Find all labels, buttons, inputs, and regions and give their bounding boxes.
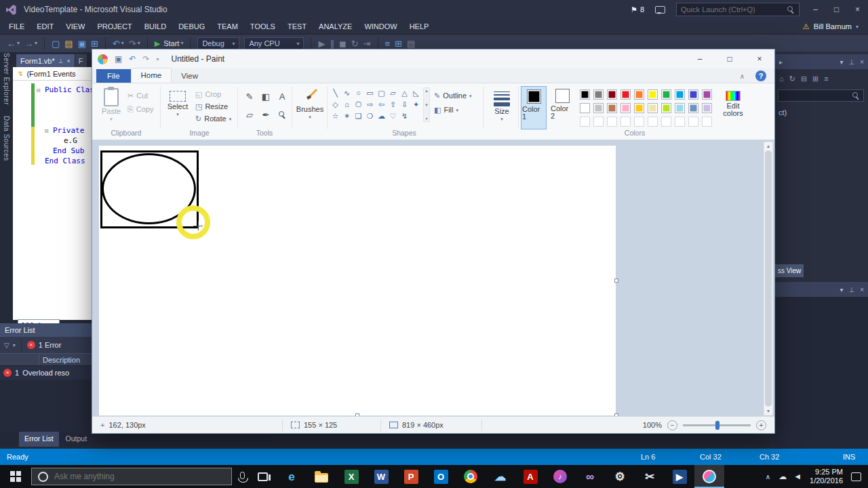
menu-item-team[interactable]: TEAM — [211, 20, 244, 33]
save-icon[interactable]: ▣ — [115, 55, 122, 63]
paint-close-button[interactable]: × — [745, 49, 774, 68]
shape-line[interactable]: ╲ — [333, 89, 338, 97]
palette-color-swatch[interactable] — [648, 89, 658, 100]
color-picker-tool[interactable]: ✒ — [262, 110, 270, 120]
scroll-down-icon[interactable]: ▼ — [425, 102, 429, 108]
navigate-forward-icon[interactable]: → — [24, 39, 33, 48]
zoom-in-button[interactable]: + — [756, 420, 766, 430]
shapes-more-icon[interactable]: ▾ — [425, 116, 427, 121]
save-all-icon[interactable]: ⊞ — [91, 39, 98, 48]
taskbar-app-visual-studio[interactable]: ∞ — [575, 465, 605, 488]
document-tab-partial[interactable]: F — [75, 54, 87, 67]
taskbar-app-word[interactable]: W — [366, 465, 396, 488]
navigate-back-icon[interactable]: ← — [7, 39, 16, 48]
solution-explorer-icon[interactable]: ▤ — [407, 39, 415, 48]
vs-minimize-button[interactable]: – — [805, 0, 826, 19]
paint-maximize-button[interactable]: □ — [715, 49, 745, 68]
shape-heart[interactable]: ♡ — [390, 113, 397, 120]
palette-color-swatch[interactable] — [648, 103, 658, 113]
palette-empty-slot[interactable] — [580, 117, 590, 127]
caret-right-icon[interactable]: ▸ — [779, 58, 783, 66]
properties-list-icon[interactable]: ≡ — [824, 75, 828, 83]
continue-icon[interactable]: ▶ — [318, 39, 325, 48]
shape-rectangle[interactable]: ▭ — [366, 89, 373, 97]
chevron-down-icon[interactable]: ▾ — [17, 41, 20, 46]
scrollbar-thumb[interactable] — [765, 150, 772, 407]
start-button[interactable] — [0, 465, 31, 488]
shape-six-point-star[interactable]: ✶ — [344, 113, 350, 120]
menu-item-view[interactable]: VIEW — [60, 20, 91, 33]
close-icon[interactable]: × — [860, 286, 864, 293]
shape-rounded-callout[interactable]: ❏ — [355, 113, 362, 120]
solution-configuration-select[interactable]: Debug ▾ — [197, 37, 239, 50]
shape-five-point-star[interactable]: ☆ — [332, 113, 339, 120]
solution-explorer-search[interactable] — [778, 89, 864, 102]
shape-triangle[interactable]: △ — [401, 89, 407, 97]
chevron-down-icon[interactable]: ▾ — [35, 41, 37, 46]
paint-minimize-button[interactable]: – — [685, 49, 715, 68]
microphone-button[interactable] — [232, 465, 252, 488]
outline-button[interactable]: ✎ Outline ▾ — [434, 92, 472, 100]
size-button[interactable]: Size ▾ — [487, 86, 517, 121]
crop-button[interactable]: ◱ Crop — [195, 90, 221, 98]
solution-platform-select[interactable]: Any CPU ▾ — [244, 37, 304, 50]
rotate-button[interactable]: ↻ Rotate ▾ — [195, 115, 231, 123]
edit-colors-button[interactable]: Edit colors — [717, 86, 749, 117]
vs-close-button[interactable]: × — [847, 0, 868, 19]
palette-empty-slot[interactable] — [634, 117, 644, 127]
paste-button[interactable]: Paste ▾ — [98, 86, 125, 121]
palette-color-swatch[interactable] — [675, 89, 685, 100]
shape-hexagon[interactable]: ⎔ — [355, 101, 362, 108]
palette-empty-slot[interactable] — [607, 117, 617, 127]
chevron-down-icon[interactable]: ▾ — [180, 41, 183, 46]
palette-color-swatch[interactable] — [593, 89, 604, 100]
palette-empty-slot[interactable] — [702, 117, 712, 127]
shape-rounded-rectangle[interactable]: ▢ — [378, 89, 384, 97]
palette-empty-slot[interactable] — [675, 117, 685, 127]
action-center-icon[interactable] — [851, 472, 861, 481]
menu-item-window[interactable]: WINDOW — [358, 20, 403, 33]
zoom-slider-thumb[interactable] — [715, 421, 719, 430]
palette-color-swatch[interactable] — [634, 103, 644, 113]
outline-list-icon[interactable]: ≡ — [385, 39, 391, 48]
shape-lightning[interactable]: ↯ — [401, 113, 408, 120]
shapes-scrollbar[interactable]: ▲ ▼ ▾ — [423, 87, 430, 122]
menu-item-help[interactable]: HELP — [403, 20, 435, 33]
chevron-down-icon[interactable]: ▾ — [840, 58, 843, 66]
task-view-button[interactable] — [252, 465, 273, 488]
menu-item-analyze[interactable]: ANALYZE — [313, 20, 358, 33]
paint-canvas[interactable] — [99, 146, 616, 415]
solution-tree-item-fragment[interactable]: ct) — [778, 108, 787, 117]
taskbar-app-snipping-tool[interactable]: ✂ — [635, 465, 665, 488]
taskbar-search-box[interactable] — [31, 468, 232, 485]
palette-empty-slot[interactable] — [648, 117, 658, 127]
start-debug-button[interactable]: Start — [163, 39, 179, 47]
close-icon[interactable]: × — [67, 58, 71, 64]
stop-icon[interactable]: ◼ — [339, 39, 347, 48]
taskbar-app-adobe-reader[interactable]: A — [515, 465, 545, 488]
restart-icon[interactable]: ↻ — [351, 39, 359, 48]
menu-item-tools[interactable]: TOOLS — [244, 20, 281, 33]
save-icon[interactable]: ▣ — [78, 39, 86, 48]
filter-icon[interactable]: ▽ — [4, 342, 9, 349]
palette-color-swatch[interactable] — [661, 103, 671, 113]
taskbar-clock[interactable]: 9:25 PM 1/20/2016 — [810, 468, 843, 485]
palette-color-swatch[interactable] — [620, 89, 631, 100]
taskbar-app-onedrive[interactable]: ☁ — [486, 465, 515, 488]
taskbar-app-groove-music[interactable]: ♪ — [545, 465, 575, 488]
shape-left-arrow[interactable]: ⇦ — [378, 101, 384, 108]
error-list-header[interactable]: Error List — [0, 323, 92, 337]
shape-curve[interactable]: ∿ — [344, 89, 350, 97]
quick-launch-box[interactable] — [676, 3, 800, 16]
show-all-files-icon[interactable]: ⊞ — [812, 75, 818, 83]
refresh-icon[interactable]: ↻ — [789, 75, 795, 83]
redo-icon[interactable]: ↷ — [142, 55, 149, 63]
vs-account-button[interactable]: ⚠ Bill Barnum ▾ — [803, 22, 859, 31]
canvas-vertical-scrollbar[interactable]: ▲ ▼ — [764, 142, 773, 415]
volume-tray-icon[interactable]: ◄ — [793, 472, 802, 481]
palette-color-swatch[interactable] — [688, 89, 698, 100]
chevron-down-icon[interactable]: ▾ — [840, 286, 843, 293]
tab-output[interactable]: Output — [60, 432, 93, 447]
scroll-up-icon[interactable]: ▲ — [766, 144, 771, 148]
menu-item-build[interactable]: BUILD — [138, 20, 172, 33]
